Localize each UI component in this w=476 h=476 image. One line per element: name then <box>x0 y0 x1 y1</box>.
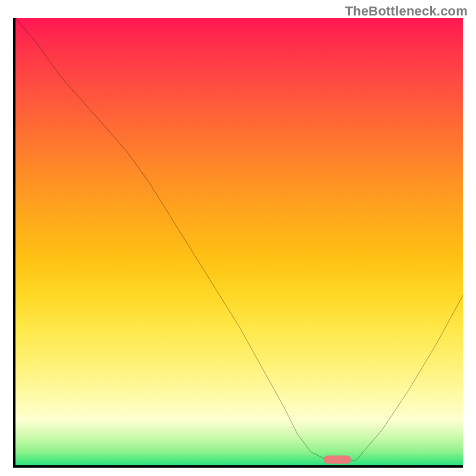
watermark-text: TheBottleneck.com <box>345 4 468 19</box>
bottleneck-curve-path <box>15 18 463 461</box>
plot-area <box>13 18 463 468</box>
optimal-range-marker <box>324 456 351 464</box>
chart-container: TheBottleneck.com <box>0 0 476 476</box>
curve-layer <box>15 18 463 465</box>
